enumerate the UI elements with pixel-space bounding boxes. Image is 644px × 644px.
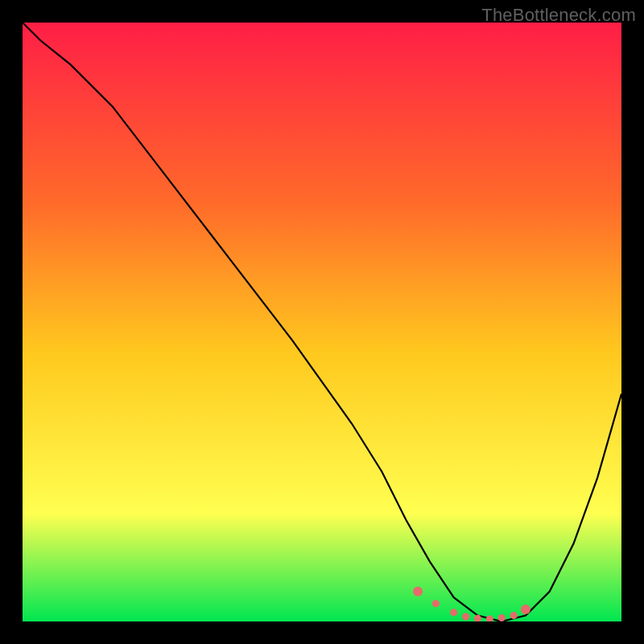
match-marker	[521, 605, 530, 614]
match-marker	[432, 600, 440, 607]
match-marker	[413, 587, 423, 597]
match-marker	[450, 609, 457, 616]
match-marker	[498, 614, 506, 621]
chart-frame: TheBottleneck.com	[0, 0, 644, 644]
chart-svg	[23, 23, 621, 621]
match-marker	[462, 613, 469, 621]
match-marker	[510, 612, 518, 619]
gradient-background	[23, 23, 621, 621]
plot-area	[23, 23, 621, 621]
